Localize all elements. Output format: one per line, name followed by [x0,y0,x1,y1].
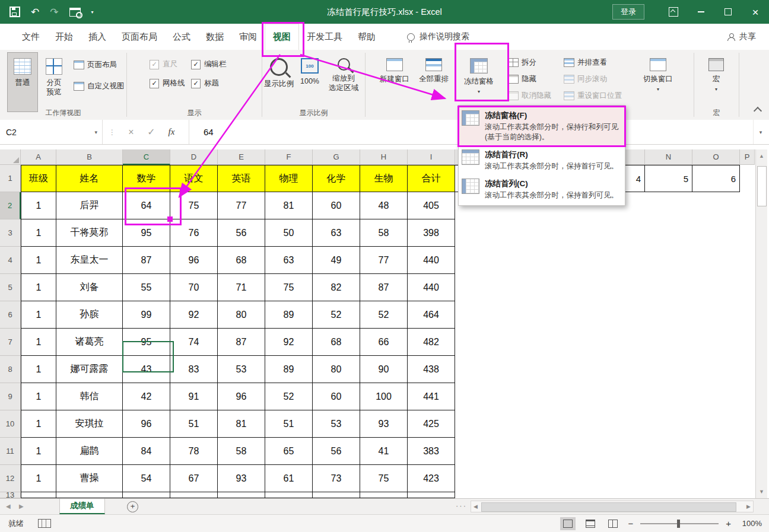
new-window-button[interactable]: 新建窗口 [376,52,413,112]
zoom-100-button[interactable]: 100% [295,52,324,112]
cell-B13[interactable] [56,492,123,498]
view-page-break-button[interactable] [605,517,621,530]
enter-icon[interactable]: ✓ [141,126,161,138]
cell-E11[interactable]: 58 [218,438,265,465]
cell-F8[interactable]: 89 [265,356,313,383]
col-header-B[interactable]: B [56,149,123,165]
scroll-right-icon[interactable]: ▶ [746,504,751,509]
cell-G12[interactable]: 73 [313,465,360,492]
cell-F4[interactable]: 63 [265,247,313,274]
cell-H8[interactable]: 90 [360,356,408,383]
col-header-I[interactable]: I [408,149,455,165]
cell-H2[interactable]: 48 [360,192,408,219]
formula-input[interactable]: 64 [204,127,214,137]
cell-A12[interactable]: 1 [21,465,56,492]
gridlines-checkbox[interactable]: ✓ 网格线 [150,78,185,88]
cell-I2[interactable]: 405 [408,192,455,219]
cell-A10[interactable]: 1 [21,410,56,438]
cell-C9[interactable]: 42 [123,383,170,410]
col-header-P[interactable]: P [740,149,755,165]
cell-A13[interactable] [21,492,56,498]
row-header-4[interactable]: 4 [0,247,21,274]
view-side-by-side-button[interactable]: 并排查看 [564,56,607,69]
cell-E1[interactable]: 英语 [218,165,265,192]
tell-me-search[interactable]: 操作说明搜索 [407,24,469,50]
scroll-up-icon[interactable]: ▲ [756,153,767,159]
tab-scroll-splitter[interactable]: ··· [456,501,467,510]
cell-H5[interactable]: 87 [360,274,408,301]
cell-F3[interactable]: 50 [265,219,313,247]
cell-I13[interactable] [408,492,455,498]
cell-C12[interactable]: 54 [123,465,170,492]
cell-E5[interactable]: 71 [218,274,265,301]
normal-view-button[interactable]: 普通 [7,52,38,112]
view-page-layout-button[interactable] [583,517,598,530]
cell-B10[interactable]: 安琪拉 [56,410,123,438]
row-header-11[interactable]: 11 [0,438,21,465]
cell-H3[interactable]: 58 [360,219,408,247]
menu-item-freeze-top-row[interactable]: 冻结首行(R)滚动工作表其余部分时，保持首行可见。 [459,146,625,175]
cancel-icon[interactable]: × [121,127,141,138]
cell-G11[interactable]: 56 [313,438,360,465]
horizontal-scroll-thumb[interactable] [481,502,736,512]
page-layout-view-button[interactable]: 页面布局 [74,58,117,71]
cell-G1[interactable]: 化学 [313,165,360,192]
cell-D1[interactable]: 语文 [170,165,218,192]
cell-H6[interactable]: 52 [360,301,408,329]
cell-F1[interactable]: 物理 [265,165,313,192]
cell-A1[interactable]: 班级 [21,165,56,192]
customize-qat-icon[interactable]: ▾ [91,9,94,15]
cell-E4[interactable]: 68 [218,247,265,274]
cell-G7[interactable]: 68 [313,329,360,356]
formula-bar-expand-icon[interactable]: ▾ [753,120,768,144]
cell-H7[interactable]: 66 [360,329,408,356]
cell-B5[interactable]: 刘备 [56,274,123,301]
cell-I5[interactable]: 440 [408,274,455,301]
cell-D7[interactable]: 74 [170,329,218,356]
cell-D2[interactable]: 75 [170,192,218,219]
cell-A7[interactable]: 1 [21,329,56,356]
cell-B11[interactable]: 扁鹊 [56,438,123,465]
cell-G3[interactable]: 63 [313,219,360,247]
col-header-A[interactable]: A [21,149,56,165]
cell-A2[interactable]: 1 [21,192,56,219]
cell-C2[interactable]: 64 [123,192,170,219]
cell-C6[interactable]: 99 [123,301,170,329]
cell-E7[interactable]: 87 [218,329,265,356]
cell-I12[interactable]: 423 [408,465,455,492]
cell-F2[interactable]: 81 [265,192,313,219]
zoom-out-icon[interactable]: − [628,518,633,528]
cell-F9[interactable]: 52 [265,383,313,410]
cell-D3[interactable]: 76 [170,219,218,247]
col-header-C[interactable]: C [123,149,170,165]
horizontal-scrollbar[interactable]: ◀ ▶ [471,501,754,512]
cell-G5[interactable]: 82 [313,274,360,301]
cell-D6[interactable]: 92 [170,301,218,329]
cell-E9[interactable]: 96 [218,383,265,410]
ribbon-tab-data[interactable]: 数据 [198,24,231,50]
switch-windows-button[interactable]: 切换窗口 ▾ [638,52,678,112]
col-header-H[interactable]: H [360,149,408,165]
formula-bar-checkbox[interactable]: ✓ 编辑栏 [191,59,227,69]
cell-A9[interactable]: 1 [21,383,56,410]
cell-G9[interactable]: 60 [313,383,360,410]
scroll-down-icon[interactable]: ▼ [756,489,767,495]
page-break-preview-button[interactable]: 分页 预览 [38,52,70,112]
cell-F10[interactable]: 51 [265,410,313,438]
cell-F5[interactable]: 75 [265,274,313,301]
insert-function-icon[interactable]: fx [161,127,182,137]
cell-C5[interactable]: 55 [123,274,170,301]
cell-O1[interactable]: 6 [692,165,740,192]
row-header-5[interactable]: 5 [0,274,21,301]
cell-E10[interactable]: 81 [218,410,265,438]
cell-A3[interactable]: 1 [21,219,56,247]
scroll-left-icon[interactable]: ◀ [474,504,478,509]
save-icon[interactable] [9,7,20,17]
cell-E8[interactable]: 53 [218,356,265,383]
cell-F12[interactable]: 61 [265,465,313,492]
cell-B7[interactable]: 诸葛亮 [56,329,123,356]
cell-D13[interactable] [170,492,218,498]
cell-C13[interactable] [123,492,170,498]
cell-G8[interactable]: 80 [313,356,360,383]
cell-C4[interactable]: 87 [123,247,170,274]
